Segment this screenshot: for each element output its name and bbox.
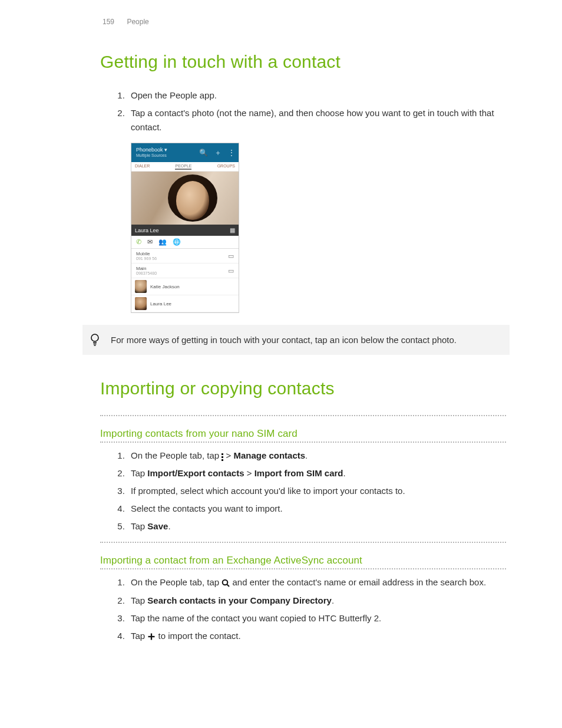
- svg-line-5: [227, 585, 230, 587]
- globe-icon: 🌐: [173, 238, 181, 246]
- plus-icon: ＋: [214, 149, 222, 157]
- page-number: 159: [103, 18, 114, 26]
- list-item: Tap Import/Export contacts > Import from…: [127, 466, 506, 480]
- step-text: Tap: [131, 595, 147, 605]
- list-item: Tap to import the contact.: [127, 629, 506, 644]
- phone-topbar: Phonebook ▾ Multiple Sources 🔍 ＋ ⋮: [131, 143, 239, 162]
- addcontact-icon: ▦: [230, 227, 235, 233]
- list-item: Select the contacts you want to import.: [127, 502, 506, 516]
- step-text: .: [305, 450, 308, 460]
- avatar: [135, 297, 147, 310]
- step-text: Tap: [131, 521, 147, 531]
- phone-tabs: DIALER PEOPLE GROUPS: [131, 162, 239, 172]
- section-name: People: [127, 18, 148, 26]
- phone-screenshot: Phonebook ▾ Multiple Sources 🔍 ＋ ⋮ DIALE…: [131, 143, 239, 313]
- plus-icon: [147, 629, 156, 643]
- tab-people: PEOPLE: [175, 164, 191, 170]
- contact-name: Laura Lee: [135, 228, 159, 233]
- page-header: 159 People: [103, 18, 506, 26]
- list-item: Laura Lee: [131, 295, 239, 312]
- tip-text: For more ways of getting in touch with y…: [111, 335, 457, 345]
- step-text: On the People tab, tap: [131, 450, 222, 460]
- dotted-rule: [100, 415, 506, 416]
- avatar: [135, 280, 147, 293]
- sub1-steps: On the People tab, tap > Manage contacts…: [127, 449, 506, 533]
- step-text-bold: Manage contacts: [233, 450, 305, 460]
- list-item: On the People tab, tap and enter the con…: [127, 575, 506, 590]
- phone-topbar-title: Phonebook ▾: [136, 147, 167, 153]
- list-item: Tap the name of the contact you want cop…: [127, 611, 506, 625]
- list-item-name: Katie Jackson: [150, 284, 180, 289]
- list-item: Tap Save.: [127, 519, 506, 533]
- sub2-steps: On the People tab, tap and enter the con…: [127, 575, 506, 644]
- step-text: to import the contact.: [158, 631, 241, 641]
- svg-point-0: [91, 334, 98, 341]
- subsection-heading: Importing contacts from your nano SIM ca…: [100, 428, 506, 440]
- dotted-rule: [100, 542, 506, 543]
- section1-steps: Open the People app. Tap a contact's pho…: [127, 88, 506, 134]
- list-item: Tap a contact's photo (not the name), an…: [127, 106, 506, 134]
- step-text: .: [332, 595, 334, 605]
- contact-row: Main 098375480 ▭: [131, 263, 239, 278]
- subsection-heading: Importing a contact from an Exchange Act…: [100, 555, 506, 566]
- row-number: 098375480: [136, 271, 157, 275]
- list-item: On the People tab, tap > Manage contacts…: [127, 449, 506, 463]
- step-text: Tap: [131, 468, 147, 478]
- people-icon: 👥: [158, 238, 167, 246]
- phone-icon: ✆: [136, 238, 141, 246]
- contact-namebar: Laura Lee ▦: [131, 225, 239, 236]
- mail-icon: ✉: [147, 238, 153, 246]
- step-text: >: [244, 468, 254, 478]
- phone-topbar-icons: 🔍 ＋ ⋮: [194, 148, 235, 158]
- more-vert-icon: ⋮: [228, 149, 235, 157]
- step-text: Tap: [131, 631, 147, 641]
- lightbulb-icon: [90, 333, 100, 351]
- row-label: Main: [136, 266, 157, 271]
- step-text: .: [168, 521, 170, 531]
- list-item: Katie Jackson: [131, 278, 239, 295]
- tab-dialer: DIALER: [135, 164, 150, 170]
- section2-title: Importing or copying contacts: [100, 378, 506, 398]
- step-text: On the People tab, tap: [131, 577, 222, 587]
- message-icon: ▭: [228, 252, 234, 260]
- list-item: Tap Search contacts in your Company Dire…: [127, 594, 506, 608]
- phone-topbar-subtitle: Multiple Sources: [136, 153, 167, 158]
- step-text-bold: Import/Export contacts: [147, 468, 244, 478]
- step-text-bold: Save: [147, 521, 168, 531]
- step-text-bold: Search contacts in your Company Director…: [147, 595, 332, 605]
- list-item: If prompted, select which account you'd …: [127, 484, 506, 498]
- step-text-bold: Import from SIM card: [254, 468, 343, 478]
- list-item-name: Laura Lee: [150, 301, 171, 307]
- row-number: 091 969 56: [136, 256, 157, 261]
- tip-box: For more ways of getting in touch with y…: [82, 325, 510, 355]
- more-vert-icon: [222, 453, 223, 461]
- message-icon: ▭: [228, 267, 234, 275]
- step-text: >: [226, 450, 233, 460]
- dotted-rule: [100, 442, 506, 443]
- search-icon: 🔍: [199, 149, 208, 157]
- step-text: and enter the contact's name or email ad…: [232, 577, 486, 587]
- dotted-rule: [100, 568, 506, 569]
- contact-photo: [131, 172, 239, 225]
- list-item: Open the People app.: [127, 88, 506, 103]
- step-text: .: [343, 468, 346, 478]
- tab-groups: GROUPS: [217, 164, 235, 170]
- contact-actionbar: ✆ ✉ 👥 🌐: [131, 236, 239, 249]
- section1-title: Getting in touch with a contact: [100, 52, 506, 72]
- search-icon: [222, 575, 230, 589]
- row-label: Mobile: [136, 251, 157, 256]
- contact-row: Mobile 091 969 56 ▭: [131, 249, 239, 263]
- svg-point-4: [223, 580, 228, 585]
